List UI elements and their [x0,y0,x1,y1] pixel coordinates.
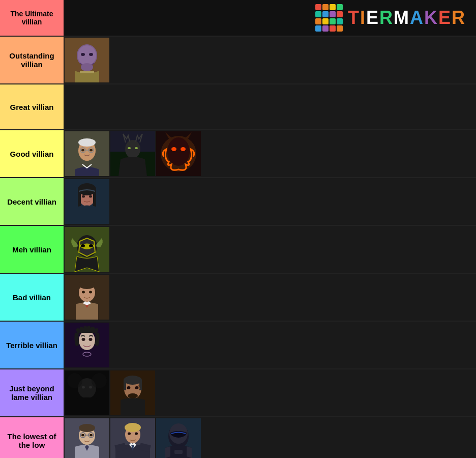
bad-content [64,274,476,321]
svg-point-75 [128,433,131,435]
justbeyond-label: Just beyond lame villian [0,369,64,416]
logo-cell-1 [322,4,329,10]
ultimate-label-text: The Ultimate villian [4,10,60,26]
logo-cell-12 [315,25,321,32]
logo-cell-15 [337,25,343,32]
whiplash-image [110,370,155,415]
terrible-label: Terrible villian [0,322,64,368]
outstanding-label: Outstanding villian [0,37,64,83]
justbeyond-content [64,369,476,416]
svg-point-20 [128,147,131,149]
logo-cell-13 [322,25,329,32]
svg-point-47 [89,338,93,341]
lowest-label: The lowest of the low [0,417,64,458]
svg-point-76 [135,433,138,435]
svg-point-37 [89,244,93,247]
lowest-content [64,417,476,458]
ultimate-tier-label: The Ultimate villian [0,0,64,36]
svg-point-6 [81,53,85,56]
logo-cell-7 [337,11,343,17]
svg-point-13 [90,149,93,152]
svg-point-40 [79,281,95,289]
logo-cell-0 [315,4,321,10]
svg-point-36 [81,244,85,247]
good-content [64,130,476,177]
villain7-image [65,275,109,320]
svg-point-25 [171,147,176,151]
svg-point-19 [125,140,140,158]
logo-cell-3 [337,4,343,10]
tier-row-decent: Decent villian [0,178,476,226]
decent-content [64,178,476,225]
thanos-image [65,38,109,82]
logo-cell-14 [330,25,336,32]
svg-line-73 [115,446,126,449]
svg-point-24 [167,137,190,166]
svg-point-5 [81,63,93,71]
great-content [64,84,476,129]
svg-point-12 [81,149,84,152]
outstanding-content [64,37,476,83]
svg-point-59 [128,393,138,398]
svg-point-2 [78,45,96,66]
header-row: The Ultimate villian TiERMAKER [0,0,476,37]
logo-cell-6 [330,11,336,17]
svg-point-11 [78,138,96,147]
svg-rect-30 [78,189,81,207]
tier-row-great: Great villian [0,84,476,130]
hela-image [110,131,155,176]
svg-point-7 [89,53,93,56]
svg-point-61 [135,386,139,389]
svg-rect-31 [93,189,96,207]
meh-content [64,226,476,273]
svg-point-72 [125,423,141,432]
tier-row-bad: Bad villian [0,274,476,322]
tier-row-lowest: The lowest of the low [0,417,476,458]
logo-cell-4 [315,11,321,17]
bad-label: Bad villian [0,274,64,321]
svg-point-69 [90,434,93,437]
tier-row-meh: Meh villian [0,226,476,274]
savin-image [156,418,201,458]
great-label: Great villian [0,84,64,129]
logo-cell-10 [330,18,336,24]
tier-row-terrible: Terrible villian [0,322,476,369]
svg-point-32 [82,195,85,198]
logo-text: TiERMAKER [348,7,466,28]
svg-point-42 [89,291,92,294]
logo-grid [315,4,343,32]
logo-cell-9 [322,18,329,24]
tier-list: The Ultimate villian TiERMAKER Outstandi… [0,0,476,458]
svg-point-53 [92,373,107,388]
tiermaker-logo: TiERMAKER [315,4,466,32]
surtur-image [156,131,201,176]
svg-point-41 [82,291,85,294]
svg-point-68 [81,434,84,437]
shadow1-image [65,370,109,415]
svg-point-64 [79,424,95,432]
svg-rect-8 [80,71,94,73]
logo-cell-11 [337,18,343,24]
svg-rect-57 [124,380,126,390]
svg-point-56 [124,376,142,385]
tier-row-justbeyond: Just beyond lame villian [0,369,476,417]
good-label: Good villian [0,130,64,177]
svg-point-50 [82,386,85,389]
loki-lady-image [65,179,109,224]
agatha-image [65,323,109,367]
header-right: TiERMAKER [64,4,476,32]
svg-point-21 [135,147,138,149]
svg-line-74 [140,446,150,449]
svg-point-44 [79,331,95,350]
logo-cell-5 [322,11,329,17]
yellowjacket-image [65,227,109,272]
svg-point-46 [82,338,85,341]
decent-label: Decent villian [0,178,64,225]
tier-row-good: Good villian [0,130,476,178]
svg-point-33 [89,195,92,198]
meh-label: Meh villian [0,226,64,273]
aldrich-image [110,418,155,458]
svg-point-26 [181,147,186,151]
svg-point-51 [89,386,92,389]
terrible-content [64,322,476,368]
